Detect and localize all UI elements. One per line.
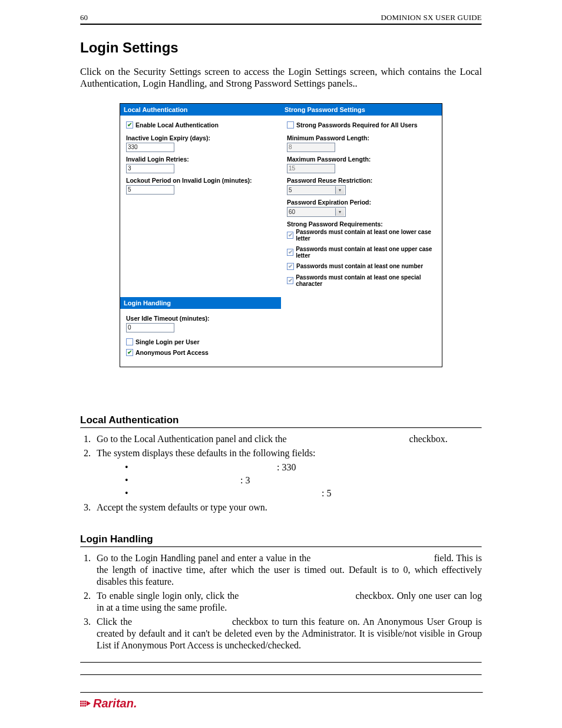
panel-header-login-handling: Login Handling: [120, 297, 281, 309]
raritan-icon: [80, 699, 91, 709]
checkbox-strong-required[interactable]: [287, 121, 294, 129]
input-lockout-period[interactable]: 5: [126, 185, 174, 195]
footer-rule: [80, 692, 483, 693]
brand-text: Raritan.: [93, 697, 137, 710]
list-item: The system displays these defaults in th…: [93, 447, 482, 499]
select-expiration[interactable]: 60 ▾: [287, 207, 346, 217]
intro-text: Click on the Security Settings screen to…: [80, 66, 482, 90]
label-expiration: Password Expiration Period:: [287, 199, 436, 206]
input-inactive-expiry[interactable]: 330: [126, 143, 174, 152]
section-rule: [80, 546, 482, 548]
input-invalid-retries[interactable]: 3: [126, 164, 174, 173]
label-idle-timeout: User Idle Timeout (minutes):: [126, 315, 275, 322]
svg-rect-6: [80, 704, 82, 706]
settings-screenshot: Local Authentication Enable Local Authen…: [120, 103, 442, 367]
label-max-length: Maximum Password Length:: [287, 156, 436, 163]
chevron-down-icon: ▾: [335, 208, 344, 216]
list-item: Go to the Local Authentication panel and…: [93, 433, 482, 445]
input-max-length[interactable]: 15: [287, 164, 335, 173]
h2-login-handling: Login Handling: [80, 533, 482, 545]
chevron-down-icon: ▾: [335, 186, 344, 194]
label-lockout-period: Lockout Period on Invalid Login (minutes…: [126, 177, 275, 184]
section-rule: [80, 427, 482, 429]
panel-header-strong-password: Strong Password Settings: [281, 104, 442, 116]
label-strong-req-header: Strong Password Requirements:: [287, 220, 436, 228]
local-auth-steps: Go to the Local Authentication panel and…: [80, 433, 482, 513]
checkbox-req-number[interactable]: [287, 263, 294, 270]
login-handling-steps: Go to the Login Handling panel and enter…: [80, 552, 482, 651]
label-req-lower: Passwords must contain at least one lowe…: [296, 229, 436, 242]
label-req-special: Passwords must contain at least one spec…: [296, 274, 436, 287]
li-text: Go to the Login Handling panel and enter…: [97, 553, 313, 563]
svg-rect-2: [84, 700, 86, 702]
svg-rect-1: [82, 700, 84, 702]
svg-rect-7: [82, 704, 84, 706]
svg-rect-5: [84, 703, 86, 704]
label-anon-port: Anonymous Port Access: [135, 349, 209, 356]
panel-header-local-auth: Local Authentication: [120, 104, 281, 116]
label-inactive-expiry: Inactive Login Expiry (days):: [126, 134, 275, 141]
label-single-login: Single Login per User: [135, 338, 200, 345]
label-invalid-retries: Invalid Login Retries:: [126, 156, 275, 163]
label-min-length: Minimum Password Length:: [287, 134, 436, 141]
h1-login-settings: Login Settings: [80, 39, 482, 56]
label-req-number: Passwords must contain at least one numb…: [296, 263, 423, 269]
checkbox-req-upper[interactable]: [287, 249, 293, 256]
label-reuse: Password Reuse Restriction:: [287, 177, 436, 184]
li-text: To enable single login only, click the: [97, 591, 242, 601]
bullet-val: : 3: [240, 475, 250, 486]
bullet-val: : 330: [277, 462, 296, 473]
checkbox-req-special[interactable]: [287, 277, 293, 284]
brand-logo: Raritan.: [80, 697, 483, 710]
label-enable-local-auth: Enable Local Authentication: [135, 121, 219, 129]
svg-rect-8: [84, 704, 86, 706]
li-text: The system displays these defaults in th…: [97, 448, 316, 458]
select-expiration-value: 60: [289, 209, 295, 215]
svg-rect-3: [80, 703, 82, 704]
checkbox-enable-local-auth[interactable]: [126, 121, 133, 129]
h2-local-auth: Local Authentication: [80, 414, 482, 426]
guide-title: DOMINION SX USER GUIDE: [381, 13, 482, 22]
note-rule-bottom: [80, 674, 482, 676]
label-strong-required: Strong Passwords Required for All Users: [296, 121, 418, 129]
checkbox-req-lower[interactable]: [287, 232, 293, 239]
list-item: Click the checkbox to turn this feature …: [93, 616, 482, 651]
list-item: Accept the system defaults or type your …: [93, 502, 482, 513]
svg-rect-4: [82, 703, 84, 704]
checkbox-anon-port[interactable]: [126, 349, 133, 356]
li-text: Go to the Local Authentication panel and…: [97, 434, 289, 444]
list-item: To enable single login only, click the c…: [93, 590, 482, 614]
svg-rect-0: [80, 700, 82, 702]
input-idle-timeout[interactable]: 0: [126, 323, 174, 332]
select-reuse-value: 5: [289, 187, 292, 193]
input-min-length[interactable]: 8: [287, 143, 335, 152]
select-reuse[interactable]: 5 ▾: [287, 185, 346, 195]
header-rule: [80, 24, 482, 25]
label-req-upper: Passwords must contain at least one uppe…: [296, 246, 436, 259]
page-number: 60: [80, 13, 88, 22]
li-text: checkbox to turn this feature on. An Ano…: [97, 617, 482, 650]
bullet-val: : 5: [322, 487, 331, 499]
li-text: Accept the system defaults or type your …: [97, 502, 267, 512]
list-item: Go to the Login Handling panel and enter…: [93, 552, 482, 588]
checkbox-single-login[interactable]: [126, 338, 133, 345]
li-text: checkbox.: [407, 434, 448, 444]
li-text: Click the: [97, 617, 135, 627]
